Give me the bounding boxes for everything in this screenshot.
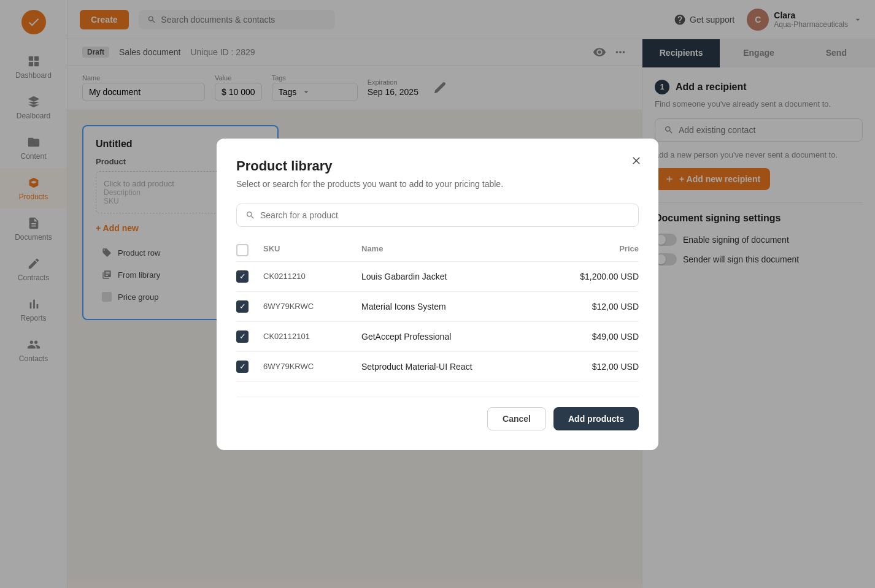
product-name: Louis Gabardin Jacket	[361, 272, 553, 281]
sku-header: SKU	[263, 244, 361, 256]
product-price: $12,00 USD	[553, 302, 639, 311]
modal-search	[236, 204, 639, 227]
select-all-checkbox[interactable]	[236, 244, 249, 256]
modal-close-button[interactable]	[626, 151, 646, 170]
product-price: $49,00 USD	[553, 332, 639, 342]
product-name: Setproduct Material-UI React	[361, 362, 553, 372]
product-table: SKU Name Price ✓ CK0211210 Louis Gabardi…	[236, 239, 639, 382]
product-name: GetAccept Professional	[361, 332, 553, 342]
modal-search-icon	[245, 210, 255, 220]
modal-title: Product library	[236, 158, 639, 174]
modal-footer: Cancel Add products	[236, 397, 639, 430]
price-header: Price	[553, 244, 639, 256]
product-price: $12,00 USD	[553, 362, 639, 372]
product-sku: 6WY79KRWC	[263, 302, 361, 311]
product-library-modal: Product library Select or search for the…	[217, 139, 658, 450]
close-icon	[630, 155, 642, 167]
product-price: $1,200.00 USD	[553, 272, 639, 281]
header-checkbox	[236, 244, 263, 256]
product-name: Material Icons System	[361, 302, 553, 311]
name-header: Name	[361, 244, 553, 256]
table-row: ✓ 6WY79KRWC Setproduct Material-UI React…	[236, 352, 639, 382]
modal-overlay: Product library Select or search for the…	[0, 0, 875, 588]
row-checkbox[interactable]: ✓	[236, 330, 263, 343]
row-checkbox[interactable]: ✓	[236, 270, 263, 283]
table-header: SKU Name Price	[236, 239, 639, 262]
row-checkbox[interactable]: ✓	[236, 361, 263, 373]
product-sku: 6WY79KRWC	[263, 362, 361, 371]
product-search-input[interactable]	[260, 210, 630, 220]
modal-subtitle: Select or search for the products you wa…	[236, 179, 639, 189]
table-row: ✓ 6WY79KRWC Material Icons System $12,00…	[236, 292, 639, 322]
cancel-button[interactable]: Cancel	[487, 407, 546, 430]
row-checkbox[interactable]: ✓	[236, 300, 263, 313]
product-sku: CK02112101	[263, 332, 361, 341]
add-products-button[interactable]: Add products	[553, 407, 639, 430]
table-row: ✓ CK0211210 Louis Gabardin Jacket $1,200…	[236, 262, 639, 292]
table-row: ✓ CK02112101 GetAccept Professional $49,…	[236, 322, 639, 352]
product-sku: CK0211210	[263, 272, 361, 281]
